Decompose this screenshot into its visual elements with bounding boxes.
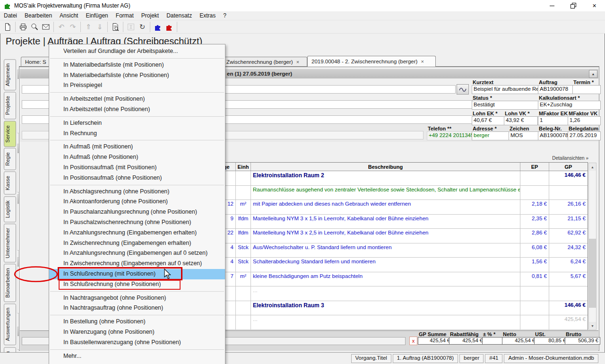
context-menu-item[interactable]: In Materialbedarfsliste (mit Positionen): [49, 60, 225, 70]
context-menu-item[interactable]: In Bestellung (ohne Positionen): [49, 317, 225, 327]
restore-icon[interactable]: [562, 0, 584, 11]
context-menu-item[interactable]: In Arbeitszettel (ohne Positionen): [49, 104, 225, 115]
termin-field[interactable]: [572, 85, 601, 94]
belegdatum-field[interactable]: 27.05.2019: [568, 131, 601, 140]
context-menu-item[interactable]: Verteilen auf Grundlage der Arbeitspaket…: [49, 46, 225, 57]
module-tab-logistik[interactable]: Logistik: [4, 196, 16, 222]
menubar-item-bearbeiten[interactable]: Bearbeiten: [21, 11, 56, 20]
scrollbar-thumb[interactable]: [589, 239, 596, 308]
telefon-field[interactable]: +49 2224 2011345: [427, 131, 474, 140]
auftrag-field[interactable]: AB1900078: [538, 85, 575, 94]
plusminus-field[interactable]: [482, 337, 504, 345]
table-row[interactable]: ...425,54 €: [213, 315, 588, 330]
report-preview-icon[interactable]: [110, 22, 121, 32]
kalkulationsart-field[interactable]: EK+Zuschlag: [538, 101, 601, 110]
table-row[interactable]: 4StckAus/Wechselschalter u. P. Standard …: [213, 243, 588, 258]
lohn-vk-label: Lohn VK *: [505, 111, 530, 116]
close-tab-icon[interactable]: ×: [421, 59, 424, 64]
table-row[interactable]: ...: [213, 286, 588, 301]
module-tab-allgemein[interactable]: Allgemein: [4, 59, 16, 90]
mfaktor-vk-field[interactable]: 1,26: [568, 116, 601, 125]
document-tab[interactable]: 2019.00048 - 2. Zwischenrechnung (berger…: [307, 56, 436, 67]
menubar-item-datensatz[interactable]: Datensatz: [163, 11, 196, 20]
context-menu-item[interactable]: In Akontoanforderung (ohne Positionen): [49, 197, 225, 207]
new-document-icon[interactable]: [2, 22, 13, 32]
context-menu-item[interactable]: Mehr...: [49, 351, 225, 362]
scroll-down-icon[interactable]: ▼: [589, 322, 596, 329]
mail-icon[interactable]: [40, 22, 52, 32]
print-icon[interactable]: [17, 22, 29, 32]
module-tab-regie[interactable]: Regie: [4, 148, 16, 170]
detail-views-link[interactable]: Detailansichten »: [501, 156, 588, 161]
menu-separator: [50, 92, 224, 93]
vertical-scrollbar[interactable]: ▲ ▼: [588, 163, 596, 330]
context-menu-item[interactable]: In Anzahlungsrechnung (Eingabemengen auf…: [49, 248, 225, 259]
ep-cell: 2,35 €: [520, 215, 549, 229]
module-tab-kasse[interactable]: Kasse: [4, 172, 16, 195]
menubar-item-einfügen[interactable]: Einfügen: [82, 11, 112, 20]
context-menu-item[interactable]: In Arbeitszettel (mit Positionen): [49, 94, 225, 104]
context-menu-item[interactable]: In Materialbedarfsliste (ohne Positionen…: [49, 70, 225, 81]
context-menu-item[interactable]: In Aufmaß (ohne Positionen): [49, 152, 225, 163]
lohn-vk-field[interactable]: 43,92 €: [504, 116, 538, 125]
undo-icon: ↶: [56, 22, 67, 32]
beleg-nr-field[interactable]: AB1900078: [538, 131, 570, 140]
table-row[interactable]: Raumanschlüsse ausgehend von zentraler V…: [213, 186, 588, 200]
refresh-icon[interactable]: ↻: [137, 22, 148, 32]
context-menu-item[interactable]: In Lieferschein: [49, 118, 225, 129]
lohn-ek-field[interactable]: 40,67 €: [472, 116, 505, 125]
minimize-icon[interactable]: [541, 0, 562, 11]
context-menu-item[interactable]: In Nachtragsauftrag (ohne Positionen): [49, 303, 225, 313]
menubar-item-projekt[interactable]: Projekt: [138, 11, 163, 20]
annotation-ellipse: [13, 266, 59, 283]
clear-red-x-icon[interactable]: x: [409, 337, 417, 345]
edit-squiggle-button[interactable]: [457, 84, 469, 95]
menubar-item-extras[interactable]: Extras: [196, 11, 219, 20]
context-menu-item[interactable]: In Nachtragsangebot (ohne Positionen): [49, 293, 225, 303]
context-menu-item[interactable]: In Positionsaufmaß (mit Positionen): [49, 163, 225, 173]
context-menu-item[interactable]: In Preisspiegel: [49, 80, 225, 91]
module-tab-projekte[interactable]: Projekte: [4, 92, 16, 119]
menubar-item-datei[interactable]: Datei: [0, 11, 21, 20]
context-menu-item[interactable]: In Zwischenrechnung (Eingabemengen erhal…: [49, 238, 225, 249]
table-row[interactable]: 7m²kleine Beschädigungen am Putz beispac…: [213, 272, 588, 287]
document-tab[interactable]: Zwischenrechnung (berger)×: [222, 57, 307, 66]
menubar-item-ansicht[interactable]: Ansicht: [56, 11, 82, 20]
table-row[interactable]: 12m²mit Papier abdecken und dieses nach …: [213, 200, 588, 215]
collapse-header-icon[interactable]: ▲: [589, 70, 597, 78]
table-row[interactable]: 4StckSchalterabdeckung Standard liefern …: [213, 258, 588, 272]
context-menu-item[interactable]: In Pauschalanzahlungsrechnung (ohne Posi…: [49, 207, 225, 217]
context-menu-item[interactable]: In Positionsaufmaß (ohne Positionen): [49, 173, 225, 183]
context-menu-item[interactable]: In Anzahlungsrechnung (Eingabemengen erh…: [49, 228, 225, 238]
adresse-field[interactable]: berger: [472, 131, 510, 140]
table-row[interactable]: 9lfdmMantelleitung NYM 3 x 1,5 in Leerro…: [213, 215, 588, 229]
description-cell: ...: [251, 315, 520, 329]
rabattfaehig-label: Rabattfähig: [450, 331, 479, 337]
close-tab-icon[interactable]: ×: [296, 59, 299, 65]
toolbar-group: ↻: [123, 22, 150, 32]
module-tab-service[interactable]: Service: [4, 121, 16, 147]
status-field[interactable]: Bestätigt: [472, 101, 540, 110]
squiggle-icon: [459, 87, 467, 92]
scroll-up-icon[interactable]: ▲: [589, 163, 596, 171]
table-row[interactable]: 22lfdmMantelleitung NYM 3 x 2,5 in Leerr…: [213, 229, 588, 243]
context-menu-item[interactable]: In Warenzugang (ohne Positionen): [49, 327, 225, 338]
context-menu-item[interactable]: In Baustellenwarenzugang (ohne Positione…: [49, 338, 225, 348]
close-icon[interactable]: ×: [584, 0, 605, 11]
kurztext-field[interactable]: Beispiel für aufbauende Re: [472, 85, 540, 94]
context-menu-item[interactable]: In Rechnung: [49, 129, 225, 139]
module-tab-unternehmer[interactable]: Unternehmer: [4, 224, 16, 262]
table-row[interactable]: Elektroinstallation Raum 2146,46 €: [213, 171, 588, 186]
module-tab-auswertungen[interactable]: Auswertungen: [4, 303, 16, 345]
context-menu-item[interactable]: In Abschlagsrechnung (ohne Positionen): [49, 187, 225, 197]
plugin-blue-icon[interactable]: [152, 22, 164, 32]
table-row[interactable]: Elektroinstallation Raum 3146,46 €: [213, 301, 588, 316]
menubar-item-?[interactable]: ?: [219, 11, 230, 20]
print-preview-icon[interactable]: [29, 22, 40, 32]
mfaktor-ek-field[interactable]: 1: [538, 116, 570, 125]
menubar-item-format[interactable]: Format: [112, 11, 138, 20]
context-menu-item[interactable]: In Aufmaß (mit Positionen): [49, 142, 225, 152]
zeichen-field[interactable]: MOS: [509, 131, 540, 140]
plugin-red-icon[interactable]: [164, 22, 175, 32]
context-menu-item[interactable]: In Pauschalzwischenrechnung (ohne Positi…: [49, 217, 225, 228]
